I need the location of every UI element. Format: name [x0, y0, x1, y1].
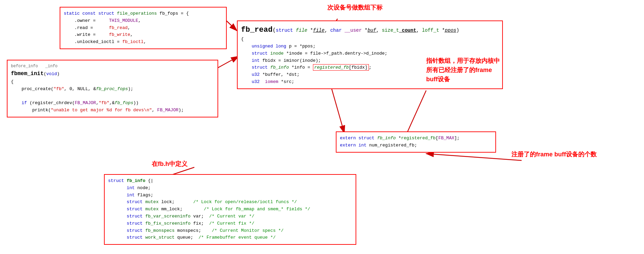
fbmem-paren-close: ) — [57, 71, 60, 76]
code-static: static — [64, 11, 83, 16]
fb-read-user-macro: __user — [345, 28, 362, 33]
fb-read-count-param: count — [399, 28, 416, 33]
fb-read-brace: { — [241, 36, 499, 43]
fb-info-var: struct fb_var_screeninfo var; /* Current… — [108, 213, 352, 220]
fb-read-param-file-type: file — [296, 28, 308, 33]
main-container: static const struct file_operations fb_f… — [0, 0, 644, 254]
fb-read-loff-type: loff_t — [422, 28, 439, 33]
fbmem-init-sig: fbmem_init(void) — [11, 70, 214, 79]
registered-fb-box: extern struct fb_info *registered_fb[FB_… — [336, 131, 496, 153]
annotation-secondary-device: 次设备号做数组下标 — [327, 3, 383, 12]
fb-info-lock: struct mutex lock; /* Lock for open/rele… — [108, 199, 352, 206]
fbmem-void: void — [46, 71, 57, 76]
code-file-operations: file_operations — [117, 11, 157, 16]
fb-info-fix: struct fb_fix_screeninfo fix; /* Current… — [108, 220, 352, 227]
fbmem-if-register: if (register_chrdev(FB_MAJOR,"fb",&fb_fo… — [11, 100, 214, 107]
fb-info-struct-decl: struct fb_info {| — [108, 178, 352, 185]
file-ops-box: static const struct file_operations fb_f… — [60, 7, 227, 49]
code-read-field: .read = — [64, 25, 109, 30]
fb-info-monspecs: struct fb_monspecs monspecs; /* Current … — [108, 227, 352, 235]
registered-fb-line2: extern int num_registered_fb; — [340, 142, 492, 149]
annotation-pointer-array: 指针数组，用于存放内核中所有已经注册了的framebuff设备 — [426, 56, 500, 84]
fb-read-char-kw: char — [330, 28, 345, 33]
code-fb-fops-decl: fb_fops = { — [157, 11, 189, 16]
code-this-module: THIS_MODULE — [109, 18, 138, 23]
annotation-defined-in-fbh: 在fb.h中定义 — [152, 160, 188, 168]
svg-line-6 — [426, 154, 522, 160]
fb-read-loff: , — [416, 28, 422, 33]
before-fbmem-label: before_info _info — [11, 63, 214, 70]
fb-read-size-type: size_t — [382, 28, 399, 33]
fb-info-node: int node; — [108, 185, 352, 192]
fbmem-proc-create: proc_create("fb", 0, NULL, &fb_proc_fops… — [11, 86, 214, 93]
fbmem-brace-open: { — [11, 79, 214, 86]
fb-info-mm-lock: struct mutex mm_lock; /* Lock for fb_mma… — [108, 206, 352, 213]
code-write-field: .write = — [64, 32, 109, 37]
fb-info-queue: struct work_struct queue; /* Framebuffer… — [108, 234, 352, 241]
code-ioctl-field: .unlocked_ioctl = — [64, 39, 122, 44]
code-fb-ioctl: fb_ioctl — [122, 39, 144, 44]
fb-read-line1: unsigned long p = *ppos; — [241, 43, 499, 50]
code-comma1: , — [138, 18, 141, 23]
annotation-registered-count: 注册了的frame buff设备的个数 — [511, 150, 597, 158]
code-struct1: struct — [98, 11, 117, 16]
fb-read-fn-name: fb_read — [241, 26, 272, 34]
fb-read-param-file-var: *file, — [307, 28, 330, 33]
fb-info-flags: int flags; — [108, 192, 352, 199]
fb-read-param-struct1: struct — [276, 28, 296, 33]
fb-read-ppos-param: *ppos) — [439, 28, 459, 33]
code-fb-write-ref: fb_write — [109, 32, 130, 37]
fb-read-params: ( — [272, 27, 276, 33]
fb-read-signature-line: fb_read(struct file *file, char __user *… — [241, 24, 499, 36]
code-fb-read-ref: fb_read — [109, 25, 128, 30]
fb-info-struct-box: struct fb_info {| int node; int flags; s… — [104, 174, 356, 245]
code-const: const — [83, 11, 99, 16]
code-comma4: , — [144, 39, 146, 44]
code-comma2: , — [128, 25, 130, 30]
registered-fb-line1: extern struct fb_info *registered_fb[FB_… — [340, 135, 492, 142]
fb-read-buf-param: *buf, — [362, 28, 382, 33]
fbmem-printk: printk("unable to get major %d for fb de… — [11, 107, 214, 114]
fbmem-paren-open: ( — [44, 71, 46, 76]
fbmem-init-box: before_info _info fbmem_init(void) { pro… — [7, 60, 218, 117]
code-comma3: , — [130, 32, 133, 37]
fbmem-init-name: fbmem_init — [11, 71, 44, 77]
code-owner: .owner = — [64, 18, 109, 23]
